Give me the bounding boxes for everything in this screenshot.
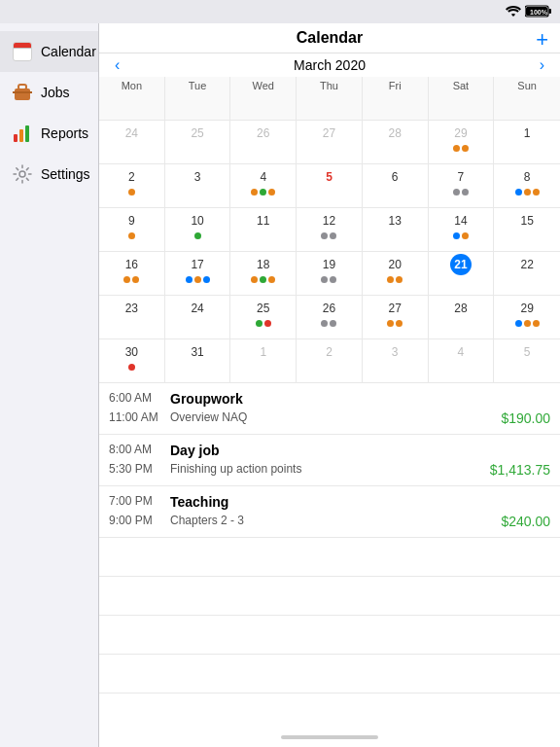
dot-4-2-0 — [256, 320, 262, 327]
dot-1-2-2 — [268, 189, 275, 196]
svg-rect-9 — [25, 125, 29, 142]
cal-cell-1-1[interactable]: 3 — [165, 164, 231, 207]
cal-cell-2-3[interactable]: 12 — [297, 208, 363, 251]
event-end-time-2: 9:00 PM — [109, 514, 162, 529]
calendar-row-3: 16171819202122 — [99, 252, 560, 296]
event-start-time-0: 6:00 AM — [109, 391, 162, 407]
cal-date-4-5: 28 — [450, 298, 472, 319]
dot-5-0-0 — [128, 364, 135, 371]
cal-cell-0-4[interactable]: 28 — [363, 121, 429, 163]
cal-dots-2-3 — [321, 232, 336, 239]
dot-0-5-0 — [453, 145, 460, 152]
cal-cell-0-6[interactable]: 1 — [494, 121, 560, 163]
cal-date-1-0: 2 — [121, 166, 142, 188]
cal-date-5-0: 30 — [121, 341, 142, 363]
cal-dots-3-3 — [321, 276, 336, 283]
dot-4-6-1 — [524, 320, 531, 327]
reports-icon — [12, 123, 33, 144]
cal-cell-0-3[interactable]: 27 — [297, 121, 363, 163]
event-description-0: Overview NAQ — [170, 410, 493, 426]
cal-cell-3-3[interactable]: 19 — [297, 252, 363, 295]
dot-1-6-0 — [515, 189, 522, 196]
cal-cell-5-4[interactable]: 3 — [363, 339, 429, 382]
event-header-1: 8:00 AMDay job — [99, 435, 560, 462]
cal-cell-3-4[interactable]: 20 — [363, 252, 429, 295]
cal-date-0-5: 29 — [450, 123, 472, 144]
cal-date-2-3: 12 — [318, 210, 339, 231]
cal-cell-4-4[interactable]: 27 — [363, 296, 429, 338]
cal-cell-1-4[interactable]: 6 — [363, 164, 429, 207]
event-title-2: Teaching — [170, 494, 228, 510]
cal-cell-3-0[interactable]: 16 — [99, 252, 165, 295]
cal-cell-5-3[interactable]: 2 — [297, 339, 363, 382]
event-amount-0: $190.00 — [501, 410, 550, 426]
dot-4-3-0 — [321, 320, 328, 327]
dot-4-2-1 — [264, 320, 271, 327]
cal-cell-3-5[interactable]: 21 — [429, 252, 495, 295]
col-header-fri: Fri — [363, 77, 429, 120]
cal-cell-0-0[interactable]: 24 — [99, 121, 165, 163]
cal-cell-1-3[interactable]: 5 — [297, 164, 363, 207]
event-group-1[interactable]: 8:00 AMDay job5:30 PMFinishing up action… — [99, 435, 560, 486]
prev-month-button[interactable]: ‹ — [103, 56, 131, 74]
cal-date-5-4: 3 — [384, 341, 405, 363]
cal-cell-2-2[interactable]: 11 — [230, 208, 297, 251]
calendar-row-1: 2345678 — [99, 164, 560, 208]
col-header-sat: Sat — [429, 77, 495, 120]
sidebar-item-calendar[interactable]: Calendar — [0, 31, 98, 72]
sidebar-item-settings[interactable]: Settings — [0, 154, 98, 195]
cal-cell-4-0[interactable]: 23 — [99, 296, 165, 338]
cal-date-4-4: 27 — [384, 298, 405, 319]
dot-3-1-2 — [203, 276, 210, 283]
app-title-bar: Calendar + — [99, 23, 560, 53]
cal-cell-4-6[interactable]: 29 — [494, 296, 560, 338]
events-list: 6:00 AMGroupwork11:00 AMOverview NAQ$190… — [99, 383, 560, 728]
event-start-time-1: 8:00 AM — [109, 443, 162, 458]
cal-cell-3-2[interactable]: 18 — [230, 252, 297, 295]
dot-3-3-1 — [330, 276, 336, 283]
calendar-row-4: 23242526272829 — [99, 296, 560, 339]
cal-cell-2-4[interactable]: 13 — [363, 208, 429, 251]
sidebar-item-reports[interactable]: Reports — [0, 113, 98, 154]
next-month-button[interactable]: › — [528, 56, 556, 74]
cal-cell-1-0[interactable]: 2 — [99, 164, 165, 207]
calendar-row-5: 303112345 — [99, 339, 560, 383]
cal-dots-1-2 — [251, 189, 275, 196]
cal-cell-5-2[interactable]: 1 — [230, 339, 297, 382]
sidebar-item-jobs[interactable]: Jobs — [0, 72, 98, 113]
cal-cell-5-5[interactable]: 4 — [429, 339, 495, 382]
cal-cell-1-2[interactable]: 4 — [230, 164, 297, 207]
cal-cell-0-5[interactable]: 29 — [429, 121, 495, 163]
dot-2-3-0 — [321, 232, 328, 239]
cal-cell-4-2[interactable]: 25 — [230, 296, 297, 338]
dot-3-2-0 — [251, 276, 258, 283]
cal-cell-5-6[interactable]: 5 — [494, 339, 560, 382]
cal-dots-1-6 — [515, 189, 540, 196]
dot-0-5-1 — [462, 145, 469, 152]
app-title: Calendar — [297, 29, 363, 47]
event-description-1: Finishing up action points — [170, 462, 482, 478]
event-detail-0: 11:00 AMOverview NAQ$190.00 — [99, 410, 560, 434]
cal-cell-4-1[interactable]: 24 — [165, 296, 231, 338]
cal-cell-3-6[interactable]: 22 — [494, 252, 560, 295]
svg-rect-1 — [549, 9, 552, 14]
cal-cell-5-1[interactable]: 31 — [165, 339, 231, 382]
cal-cell-2-5[interactable]: 14 — [429, 208, 495, 251]
cal-date-5-5: 4 — [450, 341, 472, 363]
add-event-button[interactable]: + — [536, 29, 548, 51]
cal-cell-1-6[interactable]: 8 — [494, 164, 560, 207]
cal-cell-0-2[interactable]: 26 — [230, 121, 297, 163]
cal-cell-2-1[interactable]: 10 — [165, 208, 231, 251]
cal-date-5-2: 1 — [253, 341, 274, 363]
cal-cell-5-0[interactable]: 30 — [99, 339, 165, 382]
cal-cell-3-1[interactable]: 17 — [165, 252, 231, 295]
cal-cell-2-6[interactable]: 15 — [494, 208, 560, 251]
cal-cell-4-3[interactable]: 26 — [297, 296, 363, 338]
event-group-0[interactable]: 6:00 AMGroupwork11:00 AMOverview NAQ$190… — [99, 383, 560, 435]
event-group-2[interactable]: 7:00 PMTeaching9:00 PMChapters 2 - 3$240… — [99, 486, 560, 538]
cal-cell-0-1[interactable]: 25 — [165, 121, 231, 163]
cal-cell-2-0[interactable]: 9 — [99, 208, 165, 251]
cal-date-5-3: 2 — [318, 341, 339, 363]
cal-cell-1-5[interactable]: 7 — [429, 164, 495, 207]
cal-cell-4-5[interactable]: 28 — [429, 296, 495, 338]
